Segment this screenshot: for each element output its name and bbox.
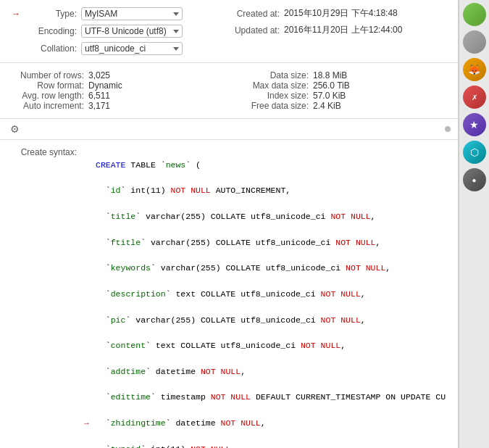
main-container: → Type: MyISAM InnoDB → Encoding: UTF-8 … — [0, 0, 489, 448]
collation-label: Collation: — [26, 43, 77, 54]
sidebar-avatar-5[interactable]: ★ — [463, 113, 486, 136]
code-text-10: `edittime` timestamp NOT NULL DEFAULT CU… — [96, 391, 446, 404]
index-size-stat: Index size: 57.0 KiB — [229, 91, 446, 101]
stats-section: Number of rows: 3,025 Row format: Dynami… — [0, 63, 458, 119]
auto-inc-value: 3,171 — [88, 101, 110, 111]
code-line-1: CREATE TABLE `news` ( — [84, 159, 446, 172]
syntax-label: Create syntax: — [12, 146, 77, 448]
encoding-select[interactable]: UTF-8 Unicode (utf8) — [81, 25, 183, 38]
row-format-label: Row format: — [12, 80, 84, 91]
props-left: → Type: MyISAM InnoDB → Encoding: UTF-8 … — [12, 7, 229, 55]
updated-value: 2016年11月20日 上午12:44:00 — [284, 24, 402, 36]
gear-icon[interactable]: ⚙ — [7, 122, 22, 136]
collation-select[interactable]: utf8_unicode_ci — [81, 42, 183, 55]
type-label: Type: — [26, 9, 77, 19]
type-select[interactable]: MyISAM InnoDB — [81, 7, 183, 20]
code-text-9: `addtime` datetime NOT NULL, — [96, 365, 446, 378]
rows-value: 3,025 — [88, 70, 110, 80]
created-value: 2015年10月29日 下午4:18:48 — [284, 7, 398, 20]
stats-left: Number of rows: 3,025 Row format: Dynami… — [12, 70, 229, 111]
syntax-code[interactable]: CREATE TABLE `news` ( `id` int(11) NOT N… — [84, 146, 446, 448]
data-size-label: Data size: — [229, 70, 309, 80]
code-text-7: `pic` varchar(255) COLLATE utf8_unicode_… — [96, 314, 446, 327]
index-size-value: 57.0 KiB — [313, 91, 346, 101]
props-right: Created at: 2015年10月29日 下午4:18:48 Update… — [229, 7, 446, 55]
code-line-11: → `zhidingtime` datetime NOT NULL, — [84, 417, 446, 430]
avg-row-label: Avg. row length: — [12, 91, 84, 101]
code-line-12: `typeid` int(11) NOT NULL, — [84, 443, 446, 448]
sidebar-avatar-4[interactable]: ✗ — [463, 86, 486, 109]
data-size-stat: Data size: 18.8 MiB — [229, 70, 446, 80]
code-text-12: `typeid` int(11) NOT NULL, — [96, 443, 446, 448]
type-row: → Type: MyISAM InnoDB — [12, 7, 229, 20]
scroll-indicator — [445, 126, 451, 132]
code-text-2: `id` int(11) NOT NULL AUTO_INCREMENT, — [96, 184, 446, 197]
syntax-section: Create syntax: CREATE TABLE `news` ( `id… — [0, 140, 458, 448]
free-data-value: 2.4 KiB — [313, 101, 341, 111]
avg-row-stat: Avg. row length: 6,511 — [12, 91, 229, 101]
rows-label: Number of rows: — [12, 70, 84, 80]
code-line-7: `pic` varchar(255) COLLATE utf8_unicode_… — [84, 314, 446, 327]
encoding-row: → Encoding: UTF-8 Unicode (utf8) — [12, 25, 229, 38]
properties-section: → Type: MyISAM InnoDB → Encoding: UTF-8 … — [0, 0, 458, 63]
max-data-label: Max data size: — [229, 80, 309, 91]
max-data-stat: Max data size: 256.0 TiB — [229, 80, 446, 91]
sidebar-avatar-3[interactable]: 🦊 — [463, 58, 486, 81]
arrow-11: → — [84, 418, 96, 430]
code-line-5: `keywords` varchar(255) COLLATE utf8_uni… — [84, 262, 446, 275]
created-label: Created at: — [229, 9, 280, 19]
code-text-11: `zhidingtime` datetime NOT NULL, — [96, 417, 446, 430]
max-data-value: 256.0 TiB — [313, 80, 350, 91]
code-text-3: `title` varchar(255) COLLATE utf8_unicod… — [96, 210, 446, 223]
sidebar-avatar-7[interactable]: ● — [463, 168, 486, 191]
updated-label: Updated at: — [229, 25, 280, 36]
content-area: → Type: MyISAM InnoDB → Encoding: UTF-8 … — [0, 0, 459, 448]
code-line-3: `title` varchar(255) COLLATE utf8_unicod… — [84, 210, 446, 223]
code-line-8: `content` text COLLATE utf8_unicode_ci N… — [84, 339, 446, 352]
rows-stat: Number of rows: 3,025 — [12, 70, 229, 80]
encoding-label: Encoding: — [26, 26, 77, 36]
stats-right: Data size: 18.8 MiB Max data size: 256.0… — [229, 70, 446, 111]
action-row: ⚙ — [0, 119, 458, 140]
code-text-5: `keywords` varchar(255) COLLATE utf8_uni… — [96, 262, 446, 275]
sidebar: 🦊 ✗ ★ ⬡ ● — [459, 0, 489, 448]
code-text-8: `content` text COLLATE utf8_unicode_ci N… — [96, 339, 446, 352]
sidebar-avatar-6[interactable]: ⬡ — [463, 141, 486, 164]
data-size-value: 18.8 MiB — [313, 70, 347, 80]
updated-row: Updated at: 2016年11月20日 上午12:44:00 — [229, 24, 446, 36]
free-data-label: Free data size: — [229, 101, 309, 111]
code-line-9: `addtime` datetime NOT NULL, — [84, 365, 446, 378]
free-data-stat: Free data size: 2.4 KiB — [229, 101, 446, 111]
code-line-10: `edittime` timestamp NOT NULL DEFAULT CU… — [84, 391, 446, 404]
created-row: Created at: 2015年10月29日 下午4:18:48 — [229, 7, 446, 20]
row-format-stat: Row format: Dynamic — [12, 80, 229, 91]
type-arrow: → — [12, 9, 20, 19]
code-text-6: `description` text COLLATE utf8_unicode_… — [96, 288, 446, 301]
code-line-2: `id` int(11) NOT NULL AUTO_INCREMENT, — [84, 184, 446, 197]
row-format-value: Dynamic — [88, 80, 122, 91]
auto-inc-stat: Auto increment: 3,171 — [12, 101, 229, 111]
auto-inc-label: Auto increment: — [12, 101, 84, 111]
sidebar-avatar-1[interactable] — [463, 3, 486, 26]
code-line-6: `description` text COLLATE utf8_unicode_… — [84, 288, 446, 301]
code-text-4: `ftitle` varchar(255) COLLATE utf8_unico… — [96, 236, 446, 249]
avg-row-value: 6,511 — [88, 91, 110, 101]
code-text-1: CREATE TABLE `news` ( — [96, 159, 446, 172]
sidebar-avatar-2[interactable] — [463, 30, 486, 54]
collation-row: → Collation: utf8_unicode_ci — [12, 42, 229, 55]
code-line-4: `ftitle` varchar(255) COLLATE utf8_unico… — [84, 236, 446, 249]
index-size-label: Index size: — [229, 91, 309, 101]
